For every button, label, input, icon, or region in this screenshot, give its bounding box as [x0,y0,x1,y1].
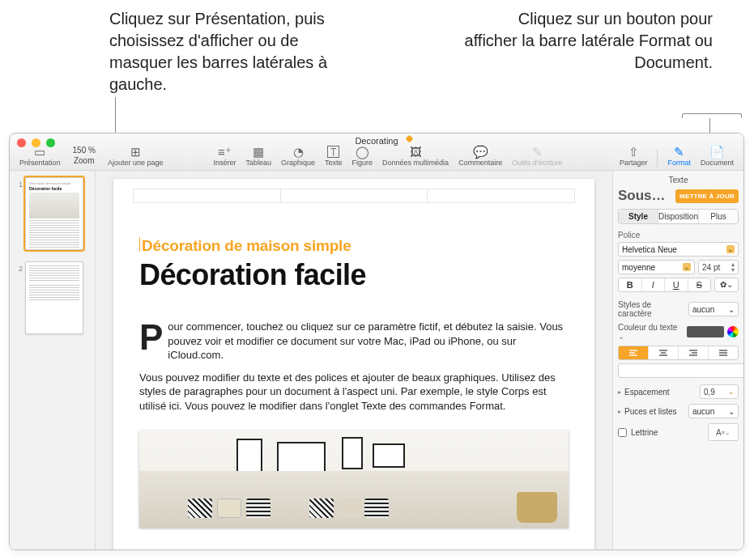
dropcap-letter: P [139,321,163,354]
toolbar-label: Présentation [19,159,61,167]
app-window: Decorating ▭ Présentation 150 % Zoom ⊞ A… [9,133,744,550]
font-section-label: Police [618,231,739,240]
format-inspector: Texte Sous…* ⌄ METTRE À JOUR Style Dispo… [612,171,743,549]
paragraph-style-selector[interactable]: Sous…* ⌄ [618,188,672,204]
add-page-button[interactable]: ⊞ Ajouter une page [103,146,168,168]
titlebar: Decorating ▭ Présentation 150 % Zoom ⊞ A… [10,134,743,171]
shape-button[interactable]: ◯ Figure [347,146,378,168]
toolbar-separator [657,150,658,168]
textbox-icon: 🅃 [327,146,339,158]
document-button[interactable]: 📄 Document [696,146,739,168]
font-size-value: 24 pt [702,263,720,272]
toolbar-label: Insérer [213,159,236,167]
document-editor[interactable]: Décoration de maison simple Décoration f… [96,171,612,549]
spacing-label: Espacement [624,388,696,397]
valign-top-button[interactable] [619,364,743,377]
presentation-button[interactable]: ▭ Présentation [15,146,66,168]
toolbar-label: Graphique [281,159,315,167]
font-weight-value: moyenne [622,263,683,272]
body-paragraph-1[interactable]: Pour commencer, touchez ou cliquez sur c… [139,320,569,363]
paragraph-style-name: Sous…* [618,188,671,203]
underline-button[interactable]: U [665,278,688,291]
add-page-icon: ⊞ [130,146,141,158]
document-icon: 📄 [709,146,725,158]
page-thumbnail-1[interactable]: Décoration de maison simple Décoration f… [25,177,83,250]
advanced-font-button[interactable]: ✿⌄ [715,278,738,291]
font-family-selector[interactable]: Helvetica Neue ⌄ [618,242,739,257]
toolbar-label: Texte [325,159,343,167]
subtitle-value: Décoration de maison simple [142,237,351,254]
toolbar-label: Outils d'écriture [512,159,562,167]
dropcap-checkbox[interactable] [618,428,627,437]
italic-button[interactable]: I [642,278,666,291]
body-paragraph-2[interactable]: Vous pouvez modifier du texte et des pol… [139,371,569,414]
comment-button[interactable]: 💬 Commentaire [454,146,507,168]
font-weight-selector[interactable]: moyenne ⌄ [618,260,695,274]
subtitle-text[interactable]: Décoration de maison simple [139,237,569,255]
stepper-icon: ▴▾ [731,261,735,273]
content-area: 1 Décoration de maison simple Décoration… [10,171,743,549]
toolbar-label: Zoom [74,156,95,165]
bullets-selector[interactable]: aucun⌄ [688,404,739,418]
zoom-value: 150 % [67,144,101,156]
insert-icon: ≡⁺ [218,146,232,158]
table-button[interactable]: ▦ Tableau [241,146,276,168]
update-style-button[interactable]: METTRE À JOUR [675,189,739,203]
chart-icon: ◔ [293,146,304,158]
writing-tools-icon: ✎ [532,146,543,158]
toolbar-label: Partager [620,159,648,167]
tab-more[interactable]: Plus [699,210,738,223]
media-button[interactable]: 🖼 Données multimédia [377,146,454,168]
toolbar-label: Ajouter une page [108,159,164,167]
toolbar-label: Données multimédia [382,159,449,167]
media-icon: 🖼 [410,146,422,158]
spacing-value-field[interactable]: 0,9 ⌄ [700,384,739,399]
format-button[interactable]: ✎ Format [662,146,696,168]
table-icon: ▦ [253,146,264,158]
bold-button[interactable]: B [619,278,642,291]
headline-text[interactable]: Décoration facile [139,258,569,292]
font-size-stepper[interactable]: 24 pt ▴▾ [698,260,739,274]
thumb-number: 1 [15,177,23,189]
toolbar-label: Document [701,159,734,167]
chevron-down-icon: ⌄ [728,407,735,416]
body-text-1: our commencer, touchez ou cliquez sur ce… [168,320,563,361]
vertical-align-group [618,363,743,378]
dropcap-style-selector[interactable]: A≡ ⌄ [708,423,739,441]
callout-presentation: Cliquez sur Présentation, puis choisisse… [109,8,360,95]
bullets-label: Puces et listes [624,407,685,416]
toolbar-label: Tableau [245,159,271,167]
toolbar-label: Format [667,159,691,167]
callout-format-document: Cliquez sur un bouton pour afficher la b… [462,8,713,74]
callout-bracket-right [682,113,742,118]
disclosure-triangle-icon[interactable]: ▸ [618,408,621,415]
thumb-number: 2 [15,261,23,273]
toolbar: ▭ Présentation 150 % Zoom ⊞ Ajouter une … [10,148,743,168]
insert-button[interactable]: ≡⁺ Insérer [208,146,241,168]
chart-button[interactable]: ◔ Graphique [276,146,320,168]
writing-tools-button: ✎ Outils d'écriture [507,146,567,168]
strike-button[interactable]: S [688,278,711,291]
page-thumbnail-2[interactable] [25,261,83,334]
spacing-value: 0,9 [704,388,715,397]
tab-layout[interactable]: Disposition [658,210,699,223]
zoom-selector[interactable]: 150 % Zoom [66,144,103,168]
tab-style[interactable]: Style [619,210,658,223]
page-header-region[interactable] [133,189,575,203]
bullets-value: aucun [692,407,714,416]
text-cursor-icon [139,237,140,252]
chevron-down-icon: ⌄ [725,429,731,436]
dropdown-icon: ⌄ [728,388,735,396]
inspector-title: Texte [618,176,739,185]
dropdown-icon: ⌄ [726,245,735,253]
document-page: Décoration de maison simple Décoration f… [113,179,594,549]
text-button[interactable]: 🅃 Texte [320,146,347,168]
paintbrush-icon: ✎ [674,146,684,158]
comment-icon: 💬 [473,146,488,158]
dropcap-label: Lettrine [631,428,704,437]
hero-image[interactable] [139,431,569,528]
disclosure-triangle-icon[interactable]: ▸ [618,388,621,396]
toolbar-label: Commentaire [458,159,502,167]
share-button[interactable]: ⇧ Partager [615,146,653,168]
sidebar-icon: ▭ [34,146,45,158]
